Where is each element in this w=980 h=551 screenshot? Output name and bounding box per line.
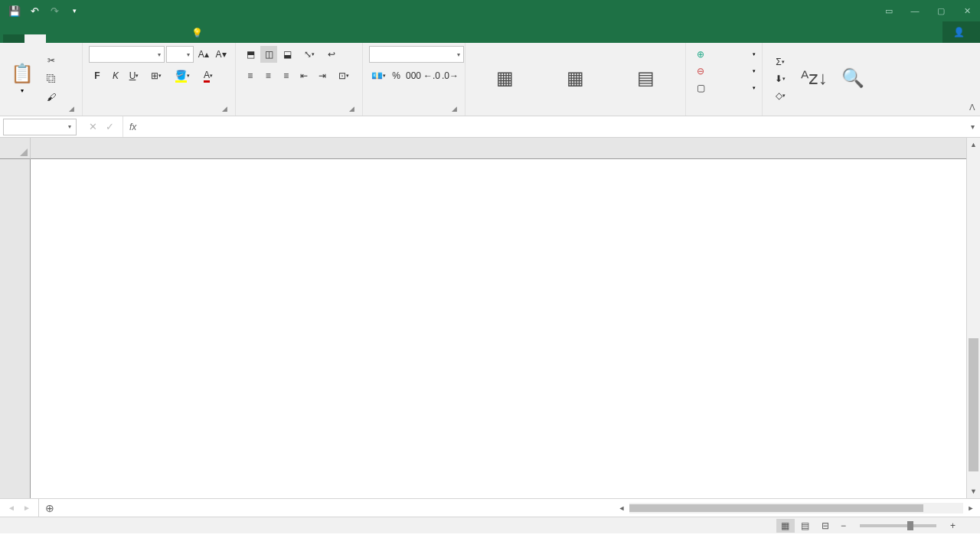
cut-button[interactable]: ✂ [43,52,60,69]
find-select-button[interactable]: 🔍 [837,46,869,111]
column-headers[interactable] [31,138,966,159]
bold-button[interactable]: F [89,67,106,84]
tab-pagelayout[interactable] [67,34,89,43]
align-left-button[interactable]: ≡ [242,67,259,84]
align-bottom-button[interactable]: ⬓ [279,46,296,63]
cells-area[interactable] [31,159,966,498]
sort-filter-button[interactable]: ᴬᴢ↓ [796,46,832,111]
scroll-up-icon[interactable]: ▲ [967,138,980,152]
align-center-button[interactable]: ≡ [260,67,277,84]
percent-button[interactable]: % [389,67,403,84]
tab-file[interactable] [3,34,24,43]
page-layout-view-button[interactable]: ▤ [796,519,815,533]
increase-indent-button[interactable]: ⇥ [314,67,331,84]
minimize-icon[interactable]: — [902,0,928,21]
scroll-right-icon[interactable]: ► [965,504,977,512]
format-cells-button[interactable]: ▢▾ [692,80,756,96]
conditional-formatting-button[interactable]: ▦ [489,46,520,111]
accounting-format-button[interactable]: 💶▾ [369,67,387,84]
delete-cells-button[interactable]: ⊖▾ [692,63,756,80]
scroll-left-icon[interactable]: ◄ [616,504,628,512]
tab-view[interactable] [153,34,175,43]
group-clipboard-label: ◢ [6,111,76,114]
borders-button[interactable]: ⊞▾ [144,67,168,84]
clear-button[interactable]: ◇▾ [769,87,792,104]
wrap-text-button[interactable]: ↩ [323,46,340,63]
name-box[interactable]: ▾ [3,119,77,135]
tab-data[interactable] [110,34,132,43]
italic-button[interactable]: K [107,67,124,84]
normal-view-button[interactable]: ▦ [776,519,795,533]
slider-thumb[interactable] [907,521,913,530]
ribbon-display-icon[interactable]: ▭ [876,0,902,21]
dialog-launcher-icon[interactable]: ◢ [349,105,354,112]
undo-icon[interactable]: ↶ [26,2,43,19]
zoom-out-button[interactable]: − [836,520,851,531]
paste-button[interactable]: 📋▾ [6,46,38,111]
close-icon[interactable]: ✕ [954,0,980,21]
formula-input[interactable] [142,119,965,135]
dialog-launcher-icon[interactable]: ◢ [222,105,227,112]
chevron-left-icon[interactable]: ◄ [8,504,15,512]
number-format-combo[interactable]: ▾ [369,46,464,63]
select-all-corner[interactable] [0,138,31,159]
align-top-button[interactable]: ⬒ [242,46,259,63]
sheet-nav[interactable]: ◄► [0,499,39,517]
save-icon[interactable]: 💾 [6,2,23,19]
increase-font-button[interactable]: A▴ [195,46,211,63]
collapse-ribbon-icon[interactable]: ᐱ [969,103,975,112]
quick-access-toolbar: 💾 ↶ ↷ ▾ [0,2,83,19]
enter-formula-icon[interactable]: ✓ [103,121,116,132]
redo-icon[interactable]: ↷ [46,2,63,19]
scroll-down-icon[interactable]: ▼ [967,484,980,498]
increase-decimal-button[interactable]: ←.0 [423,67,440,84]
decrease-font-button[interactable]: A▾ [213,46,229,63]
horizontal-scrollbar[interactable]: ◄ ► [612,499,980,517]
group-font-label: ◢ [89,111,229,114]
share-button[interactable]: 👤 [942,21,980,43]
format-painter-button[interactable]: 🖌 [43,89,60,106]
qat-customize-icon[interactable]: ▾ [66,2,83,19]
decrease-decimal-button[interactable]: .0→ [442,67,459,84]
autosum-button[interactable]: Σ▾ [769,54,792,70]
maximize-icon[interactable]: ▢ [928,0,954,21]
align-middle-button[interactable]: ◫ [260,46,277,63]
tab-start[interactable] [24,34,46,43]
orientation-button[interactable]: ⤡▾ [297,46,322,63]
tab-insert[interactable] [46,34,67,43]
brush-icon: 🖌 [47,92,56,103]
merge-button[interactable]: ⊡▾ [332,67,356,84]
cancel-formula-icon[interactable]: ✕ [86,121,100,132]
dialog-launcher-icon[interactable]: ◢ [452,105,457,112]
copy-button[interactable]: ⿻ [43,70,60,87]
font-color-button[interactable]: A▾ [196,67,220,84]
vertical-scrollbar[interactable]: ▲ ▼ [966,138,980,498]
insert-cells-button[interactable]: ⊕▾ [692,46,756,63]
comma-button[interactable]: 000 [405,67,422,84]
tab-review[interactable] [132,34,153,43]
title-bar: 💾 ↶ ↷ ▾ ▭ — ▢ ✕ [0,0,980,21]
styles-icon: ▤ [637,67,655,89]
zoom-in-button[interactable]: + [946,520,960,531]
tab-formulas[interactable] [89,34,110,43]
scrollbar-thumb[interactable] [969,338,978,471]
page-break-view-button[interactable]: ⊟ [816,519,835,533]
font-name-combo[interactable]: ▾ [89,46,165,63]
font-size-combo[interactable]: ▾ [166,46,194,63]
scrollbar-thumb[interactable] [629,504,923,512]
dialog-launcher-icon[interactable]: ◢ [69,105,74,112]
add-sheet-button[interactable]: ⊕ [39,499,60,517]
align-right-button[interactable]: ≡ [278,67,295,84]
expand-formula-bar-icon[interactable]: ▾ [965,122,980,131]
fill-color-button[interactable]: 🪣▾ [170,67,194,84]
zoom-slider[interactable] [860,524,936,527]
chevron-right-icon[interactable]: ► [23,504,31,512]
tell-me-search[interactable]: 💡 [184,23,215,43]
format-as-table-button[interactable]: ▦ [560,46,590,111]
row-headers[interactable] [0,159,31,498]
fx-icon[interactable]: fx [123,122,142,132]
fill-button[interactable]: ⬇▾ [769,70,792,87]
decrease-indent-button[interactable]: ⇤ [296,67,313,84]
underline-button[interactable]: U▾ [126,67,142,84]
cell-styles-button[interactable]: ▤ [631,46,662,111]
